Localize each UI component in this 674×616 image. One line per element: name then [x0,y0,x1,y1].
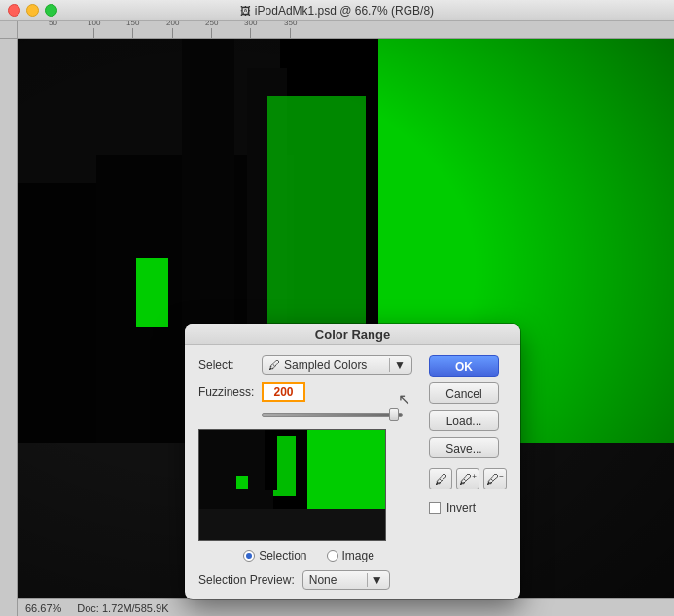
ruler-top: 50 100 150 200 250 300 350 [18,21,674,39]
save-button[interactable]: Save... [429,437,499,458]
load-button[interactable]: Load... [429,410,499,431]
zoom-level: 66.67% [25,602,61,614]
title-text: iPodAdMk1.psd @ 66.7% (RGB/8) [255,4,434,18]
ruler-corner [0,21,18,39]
eyedropper-icon: 🖊 [435,472,447,487]
cancel-button[interactable]: Cancel [429,382,499,404]
selection-preview-row: Selection Preview: None ▼ [198,570,419,590]
ruler-tick-200: 200 [166,21,179,38]
fuzziness-label: Fuzziness: [198,385,262,399]
document-icon: 🖼 [240,5,251,17]
doc-info: Doc: 1.72M/585.9K [77,602,168,614]
ruler-tick-250: 250 [205,21,218,38]
preview-arch-element [265,430,277,490]
cursor-icon: ↖ [398,390,410,409]
select-row: Select: 🖊 Sampled Colors ▼ [198,355,419,375]
preview-dropdown-arrow: ▼ [367,573,383,587]
preview-select-value: None [309,573,337,587]
eyedropper-icon-small: 🖊 [268,358,280,372]
slider-background [262,413,403,417]
invert-label: Invert [446,501,476,515]
selection-radio[interactable]: Selection [243,549,306,562]
window-title: 🖼 iPodAdMk1.psd @ 66.7% (RGB/8) [240,4,434,18]
preview-green-right [307,430,385,518]
close-button[interactable] [8,4,20,17]
preview-dark-floor [199,509,385,540]
eyedropper-subtract-button[interactable]: 🖊− [483,468,507,489]
ruler-tick-350: 350 [284,21,297,38]
select-label: Select: [198,358,262,372]
invert-row: Invert [429,501,507,515]
ok-button[interactable]: OK [429,355,499,377]
eyedropper-sample-button[interactable]: 🖊 [429,468,452,489]
color-range-dialog: Color Range Select: 🖊 Sampled Colors ▼ F… [185,324,520,599]
select-value: Sampled Colors [284,358,367,372]
preview-green-small [236,476,247,489]
window-controls[interactable] [8,4,57,17]
ruler-tick-50: 50 [49,21,57,38]
selection-preview-label: Selection Preview: [198,573,295,587]
ruler-left [0,39,18,616]
ruler-tick-300: 300 [244,21,257,38]
eyedropper-tools: 🖊 🖊+ 🖊− [429,468,507,489]
select-dropdown[interactable]: 🖊 Sampled Colors ▼ [262,355,412,375]
slider-track[interactable]: ↖ [262,408,403,421]
eyedropper-subtract-icon: 🖊− [486,472,504,487]
radio-row: Selection Image [198,549,419,562]
dialog-content-wrapper: Select: 🖊 Sampled Colors ▼ Fuzziness: [198,355,507,590]
dialog-title: Color Range [315,327,390,342]
eyedropper-add-button[interactable]: 🖊+ [456,468,479,489]
dialog-title-bar: Color Range [185,324,520,345]
image-radio-circle[interactable] [327,550,338,562]
ruler-tick-150: 150 [126,21,139,38]
fuzziness-input[interactable] [262,382,305,402]
dialog-left: Select: 🖊 Sampled Colors ▼ Fuzziness: [198,355,419,590]
preview-image [198,429,386,541]
slider-thumb[interactable] [389,408,399,421]
selection-preview-dropdown[interactable]: None ▼ [302,570,390,590]
minimize-button[interactable] [26,4,39,17]
image-radio[interactable]: Image [327,549,374,562]
preview-scene [199,430,385,540]
status-bar: 66.67% Doc: 1.72M/585.9K [18,598,674,616]
slider-row: ↖ [198,408,419,421]
image-label: Image [342,549,374,562]
dialog-right: OK Cancel Load... Save... 🖊 🖊+ 🖊− [429,355,507,590]
title-bar: 🖼 iPodAdMk1.psd @ 66.7% (RGB/8) [0,0,674,21]
maximize-button[interactable] [45,4,57,17]
eyedropper-add-icon: 🖊+ [459,472,477,487]
dropdown-arrow: ▼ [389,358,406,372]
dialog-body: Select: 🖊 Sampled Colors ▼ Fuzziness: [185,345,520,599]
selection-label: Selection [259,549,306,562]
selection-radio-circle[interactable] [243,550,255,562]
invert-checkbox[interactable] [429,502,441,514]
ruler-tick-100: 100 [88,21,100,38]
fuzziness-row: Fuzziness: [198,382,419,402]
